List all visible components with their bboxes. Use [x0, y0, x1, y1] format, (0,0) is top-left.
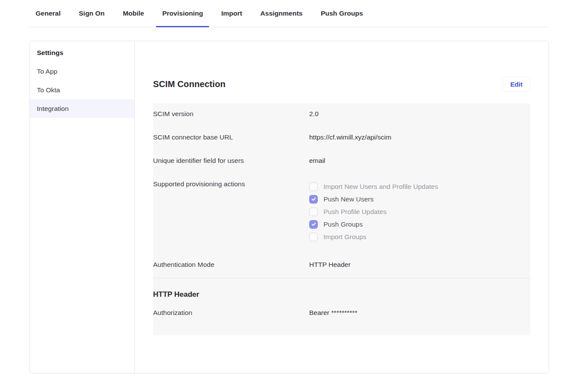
checkbox-option: Push Profile Updates: [309, 205, 530, 218]
field-row-authentication-mode: Authentication Mode HTTP Header: [153, 254, 530, 278]
http-header-field-rows: Authorization Bearer **********: [153, 302, 530, 326]
checkbox-label: Import Groups: [323, 233, 366, 241]
tab-assignments[interactable]: Assignments: [254, 9, 308, 27]
field-value: Bearer **********: [309, 309, 530, 317]
unchecked-checkbox-import-groups[interactable]: [309, 233, 318, 241]
checkbox-group-row: Supported provisioning actions Import Ne…: [153, 174, 530, 254]
http-header-section-title: HTTP Header: [153, 278, 530, 302]
page-title: SCIM Connection: [153, 79, 225, 89]
field-label: Unique identifier field for users: [153, 157, 309, 165]
tab-import[interactable]: Import: [215, 9, 248, 27]
unchecked-checkbox-import-new-users-and-profile-updates[interactable]: [309, 182, 318, 191]
checkbox-option: Push Groups: [309, 218, 530, 230]
sidebar-item-to-okta[interactable]: To Okta: [30, 81, 134, 99]
settings-sidebar: Settings To AppTo OktaIntegration: [30, 41, 135, 373]
field-row-unique-identifier-field-for-users: Unique identifier field for users email: [153, 150, 530, 174]
provisioning-options-list: Import New Users and Profile Updates Pus…: [309, 180, 530, 243]
app-tab-bar: GeneralSign OnMobileProvisioningImportAs…: [29, 0, 549, 27]
unchecked-checkbox-push-profile-updates[interactable]: [309, 208, 318, 216]
field-row-scim-version: SCIM version 2.0: [153, 104, 530, 127]
field-label: SCIM version: [153, 110, 309, 118]
checked-checkbox-push-new-users[interactable]: [309, 195, 318, 204]
checked-checkbox-push-groups[interactable]: [309, 220, 318, 229]
checkbox-option: Push New Users: [309, 193, 530, 205]
checkbox-label: Push Groups: [323, 221, 363, 228]
field-label: SCIM connector base URL: [153, 133, 309, 141]
checkbox-label: Push Profile Updates: [323, 208, 387, 216]
sidebar-item-integration[interactable]: Integration: [30, 99, 134, 118]
checkbox-label: Push New Users: [323, 195, 373, 203]
scim-section-header: SCIM Connection Edit: [153, 76, 530, 92]
tab-sign-on[interactable]: Sign On: [73, 9, 111, 27]
field-label: Authorization: [153, 309, 309, 317]
sidebar-item-list: To AppTo OktaIntegration: [30, 62, 134, 118]
checkbox-label: Import New Users and Profile Updates: [323, 183, 438, 191]
scim-settings-panel: SCIM version 2.0 SCIM connector base URL…: [153, 104, 530, 335]
tab-provisioning[interactable]: Provisioning: [156, 9, 209, 27]
tab-general[interactable]: General: [29, 9, 67, 27]
edit-button[interactable]: Edit: [503, 77, 530, 92]
scim-field-rows: SCIM version 2.0 SCIM connector base URL…: [153, 104, 530, 278]
main-content: SCIM Connection Edit SCIM version 2.0 SC…: [135, 41, 549, 373]
field-label: Supported provisioning actions: [153, 180, 309, 243]
field-value: email: [309, 157, 530, 165]
sidebar-item-to-app[interactable]: To App: [30, 62, 134, 81]
tab-push-groups[interactable]: Push Groups: [315, 9, 369, 27]
provisioning-card: Settings To AppTo OktaIntegration SCIM C…: [29, 41, 549, 373]
checkbox-option: Import Groups: [309, 230, 530, 243]
field-value: HTTP Header: [309, 261, 530, 269]
tab-mobile[interactable]: Mobile: [117, 9, 150, 27]
field-row-authorization: Authorization Bearer **********: [153, 302, 530, 326]
field-label: Authentication Mode: [153, 261, 309, 269]
field-value: 2.0: [309, 110, 530, 118]
field-value: https://cf.wimill.xyz/api/scim: [309, 133, 530, 141]
field-row-scim-connector-base-url: SCIM connector base URL https://cf.wimil…: [153, 127, 530, 150]
checkbox-option: Import New Users and Profile Updates: [309, 180, 530, 193]
sidebar-header: Settings: [30, 46, 134, 62]
